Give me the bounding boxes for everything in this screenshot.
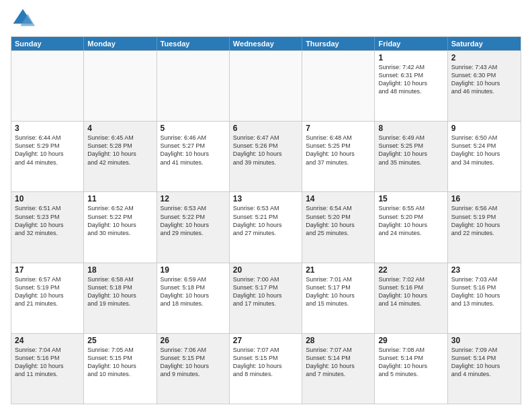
calendar-cell: 9Sunrise: 6:50 AM Sunset: 5:24 PM Daylig…	[448, 122, 521, 191]
cell-info: Sunrise: 6:53 AM Sunset: 5:22 PM Dayligh…	[161, 204, 226, 237]
cell-info: Sunrise: 7:05 AM Sunset: 5:15 PM Dayligh…	[87, 346, 152, 379]
calendar-cell: 17Sunrise: 6:57 AM Sunset: 5:19 PM Dayli…	[11, 263, 84, 333]
day-number: 28	[306, 336, 371, 345]
header	[11, 7, 521, 31]
cell-info: Sunrise: 6:47 AM Sunset: 5:26 PM Dayligh…	[233, 134, 298, 167]
calendar-cell: 5Sunrise: 6:46 AM Sunset: 5:27 PM Daylig…	[157, 122, 230, 191]
day-number: 16	[451, 194, 517, 203]
cell-info: Sunrise: 6:48 AM Sunset: 5:25 PM Dayligh…	[306, 134, 371, 167]
cell-info: Sunrise: 7:43 AM Sunset: 6:30 PM Dayligh…	[451, 63, 517, 96]
day-number: 19	[161, 265, 226, 275]
cell-info: Sunrise: 7:06 AM Sunset: 5:15 PM Dayligh…	[161, 346, 226, 379]
calendar-cell: 24Sunrise: 7:04 AM Sunset: 5:16 PM Dayli…	[11, 334, 84, 404]
calendar-header: SundayMondayTuesdayWednesdayThursdayFrid…	[11, 37, 521, 50]
calendar-cell: 23Sunrise: 7:03 AM Sunset: 5:16 PM Dayli…	[448, 263, 521, 333]
cell-info: Sunrise: 7:08 AM Sunset: 5:14 PM Dayligh…	[378, 346, 443, 379]
calendar-cell: 28Sunrise: 7:07 AM Sunset: 5:14 PM Dayli…	[302, 334, 375, 404]
calendar-row-4: 24Sunrise: 7:04 AM Sunset: 5:16 PM Dayli…	[11, 333, 521, 404]
calendar-cell: 25Sunrise: 7:05 AM Sunset: 5:15 PM Dayli…	[84, 334, 157, 404]
cell-info: Sunrise: 6:55 AM Sunset: 5:20 PM Dayligh…	[378, 204, 443, 237]
weekday-header-thursday: Thursday	[302, 37, 375, 50]
cell-info: Sunrise: 6:50 AM Sunset: 5:24 PM Dayligh…	[451, 134, 517, 167]
day-number: 27	[233, 336, 298, 345]
cell-info: Sunrise: 7:07 AM Sunset: 5:15 PM Dayligh…	[233, 346, 298, 379]
cell-info: Sunrise: 6:44 AM Sunset: 5:29 PM Dayligh…	[15, 134, 80, 167]
day-number: 22	[378, 265, 443, 275]
cell-info: Sunrise: 7:00 AM Sunset: 5:17 PM Dayligh…	[233, 275, 298, 308]
day-number: 24	[15, 336, 80, 345]
day-number: 11	[87, 194, 152, 203]
day-number: 30	[451, 336, 517, 345]
calendar-cell: 11Sunrise: 6:52 AM Sunset: 5:22 PM Dayli…	[84, 192, 157, 262]
calendar-cell: 7Sunrise: 6:48 AM Sunset: 5:25 PM Daylig…	[302, 122, 375, 191]
calendar-cell: 16Sunrise: 6:56 AM Sunset: 5:19 PM Dayli…	[448, 192, 521, 262]
day-number: 25	[87, 336, 152, 345]
calendar-body: 1Sunrise: 7:42 AM Sunset: 6:31 PM Daylig…	[11, 50, 521, 404]
weekday-header-wednesday: Wednesday	[230, 37, 302, 50]
day-number: 15	[378, 194, 443, 203]
calendar-cell: 4Sunrise: 6:45 AM Sunset: 5:28 PM Daylig…	[84, 122, 157, 191]
calendar-cell: 8Sunrise: 6:49 AM Sunset: 5:25 PM Daylig…	[375, 122, 447, 191]
day-number: 21	[306, 265, 371, 275]
cell-info: Sunrise: 7:03 AM Sunset: 5:16 PM Dayligh…	[451, 275, 517, 308]
day-number: 8	[378, 124, 443, 133]
calendar-cell	[230, 51, 302, 121]
calendar-cell: 19Sunrise: 6:59 AM Sunset: 5:18 PM Dayli…	[157, 263, 230, 333]
calendar-cell	[11, 51, 84, 121]
page: SundayMondayTuesdayWednesdayThursdayFrid…	[0, 0, 532, 411]
calendar-cell: 13Sunrise: 6:53 AM Sunset: 5:21 PM Dayli…	[230, 192, 302, 262]
day-number: 23	[451, 265, 517, 275]
calendar-cell: 12Sunrise: 6:53 AM Sunset: 5:22 PM Dayli…	[157, 192, 230, 262]
day-number: 6	[233, 124, 298, 133]
day-number: 1	[378, 53, 443, 62]
day-number: 10	[15, 194, 80, 203]
calendar-cell: 22Sunrise: 7:02 AM Sunset: 5:16 PM Dayli…	[375, 263, 447, 333]
calendar-cell: 21Sunrise: 7:01 AM Sunset: 5:17 PM Dayli…	[302, 263, 375, 333]
weekday-header-sunday: Sunday	[11, 37, 84, 50]
cell-info: Sunrise: 6:49 AM Sunset: 5:25 PM Dayligh…	[378, 134, 443, 167]
cell-info: Sunrise: 6:58 AM Sunset: 5:18 PM Dayligh…	[87, 275, 152, 308]
calendar-cell	[84, 51, 157, 121]
day-number: 3	[15, 124, 80, 133]
cell-info: Sunrise: 6:51 AM Sunset: 5:23 PM Dayligh…	[15, 204, 80, 237]
day-number: 20	[233, 265, 298, 275]
calendar-row-0: 1Sunrise: 7:42 AM Sunset: 6:31 PM Daylig…	[11, 50, 521, 121]
cell-info: Sunrise: 6:59 AM Sunset: 5:18 PM Dayligh…	[161, 275, 226, 308]
cell-info: Sunrise: 7:07 AM Sunset: 5:14 PM Dayligh…	[306, 346, 371, 379]
cell-info: Sunrise: 6:53 AM Sunset: 5:21 PM Dayligh…	[233, 204, 298, 237]
day-number: 26	[161, 336, 226, 345]
cell-info: Sunrise: 6:56 AM Sunset: 5:19 PM Dayligh…	[451, 204, 517, 237]
calendar-cell	[302, 51, 375, 121]
cell-info: Sunrise: 6:46 AM Sunset: 5:27 PM Dayligh…	[161, 134, 226, 167]
day-number: 5	[161, 124, 226, 133]
calendar-cell: 6Sunrise: 6:47 AM Sunset: 5:26 PM Daylig…	[230, 122, 302, 191]
day-number: 12	[161, 194, 226, 203]
day-number: 18	[87, 265, 152, 275]
day-number: 2	[451, 53, 517, 62]
weekday-header-tuesday: Tuesday	[157, 37, 230, 50]
logo-icon	[11, 7, 35, 31]
weekday-header-friday: Friday	[375, 37, 447, 50]
calendar: SundayMondayTuesdayWednesdayThursdayFrid…	[11, 36, 521, 404]
calendar-cell: 27Sunrise: 7:07 AM Sunset: 5:15 PM Dayli…	[230, 334, 302, 404]
calendar-cell	[157, 51, 230, 121]
calendar-row-3: 17Sunrise: 6:57 AM Sunset: 5:19 PM Dayli…	[11, 263, 521, 333]
logo	[11, 7, 38, 31]
calendar-row-1: 3Sunrise: 6:44 AM Sunset: 5:29 PM Daylig…	[11, 121, 521, 191]
cell-info: Sunrise: 6:45 AM Sunset: 5:28 PM Dayligh…	[87, 134, 152, 167]
calendar-cell: 20Sunrise: 7:00 AM Sunset: 5:17 PM Dayli…	[230, 263, 302, 333]
day-number: 7	[306, 124, 371, 133]
day-number: 9	[451, 124, 517, 133]
calendar-cell: 15Sunrise: 6:55 AM Sunset: 5:20 PM Dayli…	[375, 192, 447, 262]
calendar-row-2: 10Sunrise: 6:51 AM Sunset: 5:23 PM Dayli…	[11, 191, 521, 262]
cell-info: Sunrise: 7:02 AM Sunset: 5:16 PM Dayligh…	[378, 275, 443, 308]
calendar-cell: 3Sunrise: 6:44 AM Sunset: 5:29 PM Daylig…	[11, 122, 84, 191]
calendar-cell: 1Sunrise: 7:42 AM Sunset: 6:31 PM Daylig…	[375, 51, 447, 121]
calendar-cell: 18Sunrise: 6:58 AM Sunset: 5:18 PM Dayli…	[84, 263, 157, 333]
calendar-cell: 2Sunrise: 7:43 AM Sunset: 6:30 PM Daylig…	[448, 51, 521, 121]
cell-info: Sunrise: 7:42 AM Sunset: 6:31 PM Dayligh…	[378, 63, 443, 96]
weekday-header-monday: Monday	[84, 37, 157, 50]
cell-info: Sunrise: 7:09 AM Sunset: 5:14 PM Dayligh…	[451, 346, 517, 379]
cell-info: Sunrise: 7:04 AM Sunset: 5:16 PM Dayligh…	[15, 346, 80, 379]
cell-info: Sunrise: 6:57 AM Sunset: 5:19 PM Dayligh…	[15, 275, 80, 308]
